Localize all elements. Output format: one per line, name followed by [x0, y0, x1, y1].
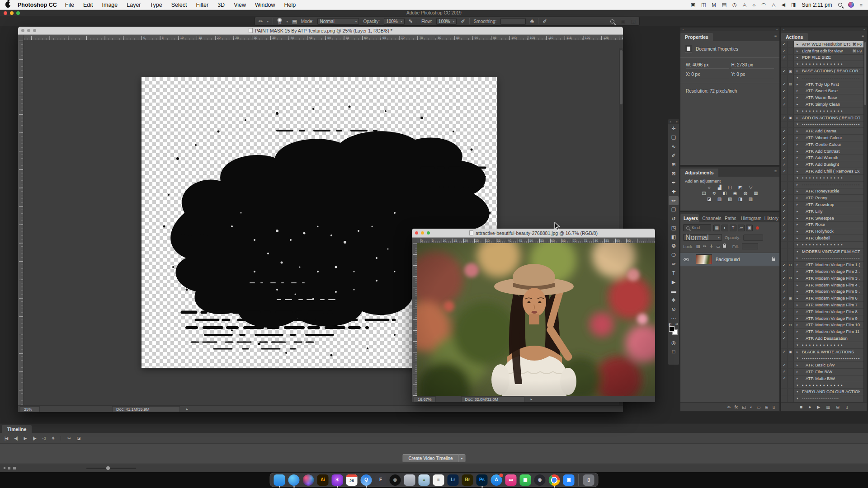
action-check[interactable]: ✓ [781, 188, 788, 195]
menu-item[interactable]: Help [284, 2, 296, 8]
expand-icon[interactable]: ▸ [797, 183, 800, 187]
action-row[interactable]: ▾ -------------------- [781, 395, 863, 402]
action-check[interactable]: ✓ [781, 135, 788, 141]
action-row[interactable]: ✓ ▸ ATP. Snowdrop [781, 202, 863, 208]
action-row[interactable]: ✓ ▸ ATP. Vibrant Colour [781, 135, 863, 141]
action-check[interactable]: ✓ [781, 315, 788, 322]
action-dialog-toggle[interactable]: ⊟ [788, 81, 794, 88]
action-dialog-toggle[interactable] [788, 228, 794, 235]
expand-icon[interactable]: ▸ [797, 103, 800, 106]
action-row[interactable]: ✓ ▸ ATP. Gentle Colour [781, 141, 863, 148]
action-dialog-toggle[interactable] [788, 55, 794, 61]
quicktime-icon[interactable]: Q [361, 474, 372, 486]
action-dialog-toggle[interactable] [788, 122, 794, 128]
imovie-icon[interactable]: ✶ [332, 474, 343, 486]
minimize-icon[interactable] [421, 231, 424, 235]
expand-icon[interactable]: ▸ [797, 363, 800, 367]
create-video-timeline-button[interactable]: Create Video Timeline [402, 454, 458, 462]
stop-recording-button[interactable]: ■ [800, 404, 803, 409]
actions-scrollbar[interactable] [863, 41, 867, 402]
action-row[interactable]: ✓ ▸ Light first edit for view ⌘ F9 [781, 48, 863, 55]
vibrance-icon[interactable]: ▽ [748, 185, 754, 190]
gradient-map-icon[interactable]: ▥ [748, 197, 754, 202]
expand-icon[interactable]: ▸ [797, 150, 800, 153]
filter-toggle-icon[interactable] [756, 226, 759, 230]
action-dialog-toggle[interactable] [788, 382, 794, 389]
action-row[interactable]: ✓ ▸ ATP. Matte B/W [781, 375, 863, 382]
action-row[interactable]: ✓ ▸ ATP. Warm Base [781, 94, 863, 101]
screen-capture-icon[interactable]: ▣ [691, 2, 695, 8]
zoom-window-icon[interactable] [16, 11, 20, 15]
split-clip-button[interactable]: ✂ [61, 436, 71, 441]
action-check[interactable] [781, 255, 788, 262]
action-check[interactable]: ✓ [781, 375, 788, 382]
expand-icon[interactable]: ▾ [797, 357, 800, 360]
expand-icon[interactable]: ▸ [797, 270, 800, 273]
action-dialog-toggle[interactable] [788, 362, 794, 368]
action-dialog-toggle[interactable] [788, 288, 794, 295]
menu-item[interactable]: Layer [127, 2, 141, 8]
expand-icon[interactable]: ▸ [797, 277, 800, 280]
siri-icon-dock[interactable] [303, 474, 314, 486]
expand-icon[interactable]: ▸ [797, 303, 800, 307]
gradient-tool[interactable]: ◧ [669, 232, 679, 241]
eyedropper-tool[interactable]: ✒ [669, 178, 679, 187]
action-dialog-toggle[interactable] [788, 342, 794, 348]
path-selection-tool[interactable]: ▶ [669, 277, 679, 286]
expand-icon[interactable]: ▸ [797, 163, 800, 166]
brush-panel-toggle-icon[interactable]: ▤ [292, 19, 297, 24]
expand-icon[interactable]: ▸ [797, 89, 800, 93]
action-check[interactable]: ✓ [781, 68, 788, 74]
mode-select[interactable]: Normal▾ [317, 18, 359, 25]
panel-menu-icon[interactable]: ≡ [774, 169, 777, 174]
action-dialog-toggle[interactable] [788, 242, 794, 248]
action-row[interactable]: ▾ FAIRYLAND COLOUR ACTIONS [781, 389, 863, 395]
layer-row-background[interactable]: Background [680, 253, 779, 266]
illustrator-icon[interactable]: Ai [317, 474, 329, 486]
action-row[interactable]: ✓ ▸ ATP. Modern Vintage Film 7 [781, 302, 863, 309]
action-dialog-toggle[interactable] [788, 182, 794, 188]
expand-icon[interactable]: ▸ [797, 230, 800, 233]
bridge-icon[interactable]: Br [462, 474, 473, 486]
action-row[interactable]: ✓ ▸ ATP. Bluebell [781, 235, 863, 242]
action-check[interactable]: ✓ [781, 295, 788, 301]
color-swatches[interactable]: ◧ ⇄ [668, 324, 678, 337]
dodge-tool[interactable]: ❍ [669, 250, 679, 259]
action-dialog-toggle[interactable] [788, 375, 794, 382]
expand-icon[interactable]: ▸ [797, 216, 800, 220]
edit-toolbar-button[interactable]: ⋯ [669, 314, 679, 323]
expand-icon[interactable]: ▸ [797, 290, 800, 293]
expand-icon[interactable]: ▸ [797, 69, 800, 73]
delete-layer-icon[interactable]: ▯ [773, 404, 775, 409]
go-first-frame-button[interactable]: |◀ [5, 436, 8, 441]
photo-title-bar[interactable]: attractive-beautiful-beauty-2768881.jpg … [412, 229, 655, 238]
expand-icon[interactable]: ▸ [797, 256, 800, 260]
action-row[interactable]: ✓ ▸ ATP. Sweet Base [781, 88, 863, 95]
close-icon[interactable] [21, 29, 24, 32]
action-row[interactable]: ✓ ⊟ ▸ ATP. Modern Vintage Film 1 (... [781, 262, 863, 268]
action-row[interactable]: ✓ ▸ ATP. Simply Clean [781, 101, 863, 108]
status-chevron-icon[interactable]: ▸ [186, 407, 188, 411]
levels-icon[interactable]: ▟ [717, 185, 723, 190]
action-row[interactable]: ✓ ▸ ATP. WEB Resolution ETSY ⌘ F6 [781, 41, 863, 48]
fontbook-icon[interactable]: F [375, 474, 387, 486]
collapse-icon[interactable]: » [776, 28, 778, 31]
hue-saturation-icon[interactable]: ▤ [701, 191, 707, 196]
expand-icon[interactable]: ▸ [797, 156, 800, 160]
lightroom-icon[interactable]: Lr [448, 474, 459, 486]
action-row[interactable]: ✓ ▸ ATP. Modern Vintage Film 9 [781, 315, 863, 322]
action-row[interactable]: ✓ ▸ ATP. Add Desaturation [781, 335, 863, 342]
expand-icon[interactable]: ▸ [797, 330, 800, 333]
close-icon[interactable]: × [670, 120, 671, 123]
type-tool[interactable]: T [669, 268, 679, 277]
brightness-contrast-icon[interactable]: ☼ [706, 185, 712, 190]
action-check[interactable] [781, 342, 788, 348]
action-dialog-toggle[interactable] [788, 309, 794, 315]
action-dialog-toggle[interactable] [788, 94, 794, 101]
action-row[interactable]: ▸ ----------------------------------- [781, 182, 863, 188]
eject-icon[interactable]: △ [772, 2, 775, 8]
volume-icon[interactable]: ◀ [782, 2, 785, 8]
action-row[interactable]: ▾ ----------------------------------- [781, 75, 863, 81]
action-dialog-toggle[interactable]: ⊟ [788, 262, 794, 268]
action-dialog-toggle[interactable] [788, 369, 794, 375]
